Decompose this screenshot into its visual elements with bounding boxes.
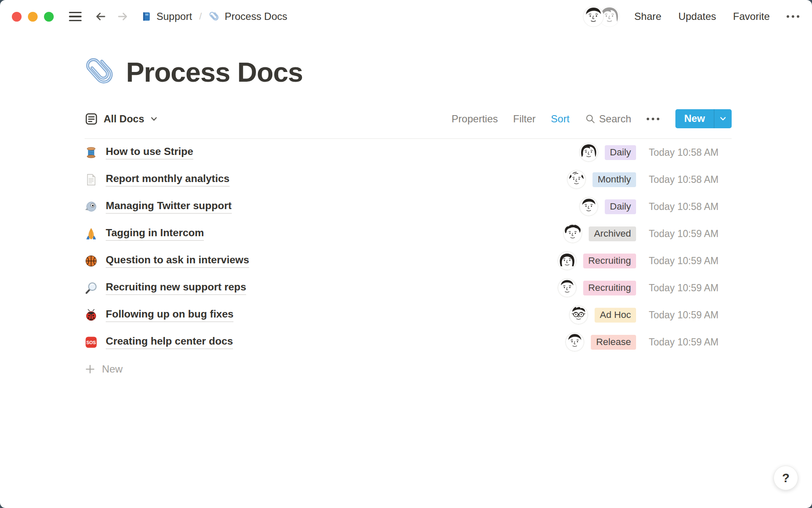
minimize-window-button[interactable] bbox=[28, 12, 38, 22]
more-options-icon[interactable] bbox=[787, 15, 799, 18]
back-arrow-icon[interactable] bbox=[94, 10, 107, 23]
chevron-down-icon bbox=[150, 115, 158, 123]
magnifying-glass-icon bbox=[85, 282, 98, 295]
doc-title[interactable]: Tagging in Intercom bbox=[106, 226, 204, 240]
avatar bbox=[579, 197, 598, 216]
paperclip-icon bbox=[209, 11, 220, 22]
breadcrumb-label: Support bbox=[156, 11, 192, 22]
collaborator-avatars[interactable] bbox=[583, 6, 620, 27]
edited-time[interactable]: Today 10:59 AM bbox=[649, 255, 732, 267]
bird-icon bbox=[85, 200, 98, 213]
tag-badge[interactable]: Release bbox=[591, 335, 636, 350]
tag-badge[interactable]: Monthly bbox=[593, 172, 636, 187]
window-titlebar: Support / Process Docs Share Updates Fav… bbox=[0, 0, 812, 33]
edited-time[interactable]: Today 10:59 AM bbox=[649, 337, 732, 348]
table-row[interactable]: Tagging in Intercom Archived Today 10:59… bbox=[85, 220, 732, 247]
edited-time[interactable]: Today 10:58 AM bbox=[649, 174, 732, 185]
doc-title[interactable]: Question to ask in interviews bbox=[106, 254, 249, 268]
edited-time[interactable]: Today 10:58 AM bbox=[649, 201, 732, 213]
new-button[interactable]: New bbox=[675, 109, 714, 128]
edited-time[interactable]: Today 10:58 AM bbox=[649, 147, 732, 158]
table-view-icon bbox=[85, 112, 98, 126]
breadcrumb: Support / Process Docs bbox=[141, 11, 287, 22]
zoom-window-button[interactable] bbox=[44, 12, 54, 22]
docs-list: How to use Stripe Daily Today 10:58 AM R… bbox=[85, 139, 732, 383]
search-label: Search bbox=[599, 113, 631, 125]
view-options-icon[interactable] bbox=[647, 118, 659, 120]
avatar bbox=[569, 306, 588, 324]
breadcrumb-item-process-docs[interactable]: Process Docs bbox=[209, 11, 287, 22]
close-window-button[interactable] bbox=[12, 12, 22, 22]
basketball-icon bbox=[85, 254, 98, 268]
doc-title[interactable]: Creating help center docs bbox=[106, 335, 233, 349]
collaborator-avatar-man bbox=[583, 6, 604, 27]
edited-time[interactable]: Today 10:59 AM bbox=[649, 228, 732, 240]
svg-text:SOS: SOS bbox=[86, 340, 96, 345]
traffic-lights bbox=[12, 12, 54, 22]
doc-title[interactable]: Recruiting new support reps bbox=[106, 281, 246, 295]
page-title[interactable]: Process Docs bbox=[126, 56, 303, 88]
favorite-button[interactable]: Favorite bbox=[733, 11, 770, 22]
collection-toolbar: All Docs Properties Filter Sort Search N… bbox=[85, 109, 732, 128]
view-switcher-all-docs[interactable]: All Docs bbox=[85, 112, 158, 126]
avatar bbox=[567, 170, 586, 189]
updates-button[interactable]: Updates bbox=[678, 11, 716, 22]
doc-title[interactable]: Following up on bug fixes bbox=[106, 308, 233, 322]
table-row[interactable]: Following up on bug fixes Ad Hoc Today 1… bbox=[85, 301, 732, 329]
table-row[interactable]: Recruiting new support reps Recruiting T… bbox=[85, 274, 732, 301]
avatar bbox=[558, 251, 576, 270]
sidebar-menu-icon[interactable] bbox=[69, 12, 82, 21]
edited-time[interactable]: Today 10:59 AM bbox=[649, 282, 732, 294]
search-icon bbox=[585, 113, 595, 124]
tag-badge[interactable]: Ad Hoc bbox=[595, 308, 636, 323]
tag-badge[interactable]: Archived bbox=[589, 226, 636, 241]
forward-arrow-icon[interactable] bbox=[116, 10, 129, 23]
person-and-tag-cell[interactable]: Monthly bbox=[531, 170, 636, 189]
person-and-tag-cell[interactable]: Archived bbox=[531, 224, 636, 243]
blue-book-icon bbox=[141, 11, 152, 22]
plus-icon bbox=[85, 364, 96, 375]
chevron-down-icon bbox=[719, 115, 727, 123]
add-new-row-button[interactable]: New bbox=[85, 356, 732, 383]
table-row[interactable]: SOS Creating help center docs Release To… bbox=[85, 329, 732, 356]
tag-badge[interactable]: Recruiting bbox=[583, 254, 636, 268]
person-and-tag-cell[interactable]: Ad Hoc bbox=[531, 306, 636, 324]
notion-window: Support / Process Docs Share Updates Fav… bbox=[0, 0, 812, 508]
add-new-row-label: New bbox=[102, 363, 123, 375]
person-and-tag-cell[interactable]: Release bbox=[531, 333, 636, 351]
edited-time[interactable]: Today 10:59 AM bbox=[649, 309, 732, 321]
folded-hands-icon bbox=[85, 227, 98, 240]
table-row[interactable]: Question to ask in interviews Recruiting… bbox=[85, 247, 732, 274]
avatar bbox=[563, 224, 582, 243]
doc-title[interactable]: Managing Twitter support bbox=[106, 199, 232, 213]
filter-button[interactable]: Filter bbox=[513, 113, 535, 125]
help-button[interactable]: ? bbox=[774, 466, 798, 490]
sort-button[interactable]: Sort bbox=[551, 113, 570, 125]
table-row[interactable]: Managing Twitter support Daily Today 10:… bbox=[85, 193, 732, 220]
avatar bbox=[565, 333, 584, 351]
tag-badge[interactable]: Recruiting bbox=[583, 281, 636, 295]
new-button-dropdown[interactable] bbox=[714, 109, 732, 128]
tag-badge[interactable]: Daily bbox=[605, 145, 636, 160]
share-button[interactable]: Share bbox=[634, 11, 661, 22]
page-document-icon bbox=[85, 173, 98, 186]
person-and-tag-cell[interactable]: Daily bbox=[531, 143, 636, 162]
breadcrumb-separator: / bbox=[199, 11, 202, 22]
new-split-button[interactable]: New bbox=[675, 109, 732, 128]
table-row[interactable]: Report monthly analytics Monthly Today 1… bbox=[85, 166, 732, 193]
search-button[interactable]: Search bbox=[585, 113, 631, 125]
doc-title[interactable]: How to use Stripe bbox=[106, 145, 193, 159]
breadcrumb-item-support[interactable]: Support bbox=[141, 11, 192, 22]
properties-button[interactable]: Properties bbox=[452, 113, 498, 125]
person-and-tag-cell[interactable]: Daily bbox=[531, 197, 636, 216]
avatar bbox=[579, 143, 598, 162]
person-and-tag-cell[interactable]: Recruiting bbox=[531, 279, 636, 297]
doc-title[interactable]: Report monthly analytics bbox=[106, 172, 230, 186]
person-and-tag-cell[interactable]: Recruiting bbox=[531, 251, 636, 270]
thread-spool-icon bbox=[85, 146, 98, 159]
breadcrumb-label: Process Docs bbox=[225, 11, 287, 22]
sos-icon: SOS bbox=[85, 336, 98, 349]
table-row[interactable]: How to use Stripe Daily Today 10:58 AM bbox=[85, 139, 732, 166]
tag-badge[interactable]: Daily bbox=[605, 199, 636, 214]
paperclip-icon[interactable] bbox=[85, 56, 117, 88]
